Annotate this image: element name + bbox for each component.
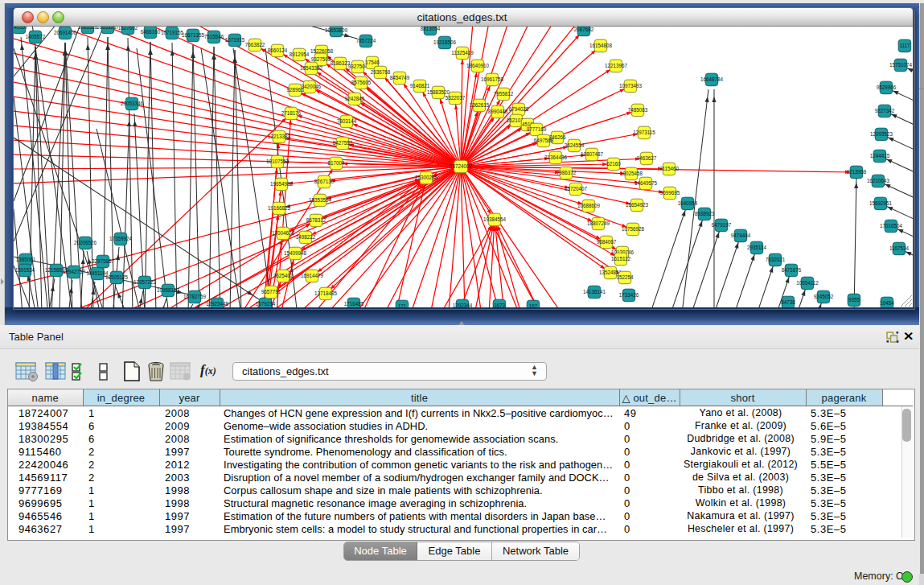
svg-text:9529966: 9529966 [877, 84, 897, 90]
svg-text:9355: 9355 [848, 297, 860, 303]
svg-text:9146821: 9146821 [410, 83, 430, 89]
svg-text:10719155: 10719155 [161, 30, 184, 35]
svg-text:12923448: 12923448 [206, 301, 229, 307]
svg-text:171: 171 [398, 303, 407, 307]
svg-text:8213958: 8213958 [847, 169, 867, 175]
svg-text:15751074: 15751074 [889, 62, 913, 68]
svg-text:7955812: 7955812 [494, 91, 514, 97]
svg-text:10454: 10454 [880, 300, 894, 306]
svg-text:16154808: 16154808 [589, 43, 613, 48]
svg-text:7515546: 7515546 [204, 34, 224, 39]
svg-text:8813054: 8813054 [421, 26, 441, 31]
svg-text:14136141: 14136141 [583, 289, 606, 295]
svg-text:62160: 62160 [606, 161, 621, 167]
svg-text:3624554: 3624554 [565, 142, 585, 148]
svg-text:17016504: 17016504 [880, 223, 903, 229]
svg-text:15353594: 15353594 [309, 197, 332, 203]
svg-text:1733426: 1733426 [619, 292, 639, 298]
svg-text:9115460: 9115460 [659, 166, 680, 171]
svg-text:7857224: 7857224 [356, 38, 376, 43]
svg-text:21364436: 21364436 [544, 154, 568, 160]
svg-text:7986372: 7986372 [556, 170, 577, 175]
svg-text:10756928: 10756928 [622, 226, 645, 232]
svg-text:9227342: 9227342 [875, 108, 895, 113]
svg-text:12093523: 12093523 [870, 131, 893, 137]
svg-text:10958167: 10958167 [157, 287, 180, 293]
svg-text:152254: 152254 [616, 274, 634, 280]
svg-text:9657791: 9657791 [261, 289, 281, 295]
svg-text:10653809: 10653809 [325, 27, 348, 33]
svg-text:15720407: 15720407 [565, 186, 588, 192]
svg-text:1391534: 1391534 [15, 267, 35, 273]
svg-text:1292344: 1292344 [453, 303, 473, 307]
svg-text:8912954: 8912954 [290, 51, 310, 57]
svg-text:1615112: 1615112 [611, 256, 631, 262]
svg-text:12942757: 12942757 [63, 269, 86, 274]
svg-text:7485063: 7485063 [628, 107, 648, 113]
svg-text:9777169: 9777169 [527, 126, 547, 132]
svg-text:18640910: 18640910 [466, 63, 490, 68]
svg-text:9699695: 9699695 [660, 190, 680, 196]
svg-text:18807249: 18807249 [587, 220, 610, 226]
svg-text:17004678: 17004678 [272, 230, 295, 236]
svg-text:9327505: 9327505 [311, 56, 331, 62]
svg-text:817004: 817004 [327, 160, 345, 166]
svg-text:8938923: 8938923 [695, 211, 715, 216]
svg-text:10973493: 10973493 [619, 83, 643, 89]
svg-text:10107553: 10107553 [266, 159, 290, 164]
svg-text:15692951: 15692951 [869, 200, 893, 206]
svg-text:1117: 1117 [899, 43, 910, 48]
svg-text:16210643: 16210643 [867, 178, 890, 183]
svg-text:16961758: 16961758 [481, 76, 504, 82]
svg-text:2936768: 2936768 [371, 69, 391, 75]
svg-text:6497568: 6497568 [534, 138, 554, 143]
svg-text:25300205: 25300205 [415, 175, 438, 180]
svg-text:20206526: 20206526 [74, 240, 97, 245]
svg-text:32975867: 32975867 [92, 258, 115, 264]
svg-text:17359924: 17359924 [109, 236, 133, 241]
svg-text:17957223: 17957223 [133, 279, 157, 285]
svg-text:19166825: 19166825 [268, 205, 291, 211]
svg-text:10688609: 10688609 [577, 203, 601, 208]
svg-text:1071915: 1071915 [225, 37, 245, 43]
svg-text:15409948: 15409948 [284, 250, 307, 256]
svg-text:16671355: 16671355 [182, 32, 205, 38]
svg-text:10654112: 10654112 [796, 280, 819, 286]
svg-text:9684067: 9684067 [597, 239, 617, 245]
svg-text:1385061: 1385061 [16, 257, 36, 262]
svg-text:8678312: 8678312 [306, 217, 326, 223]
svg-text:20691406: 20691406 [54, 30, 77, 35]
svg-text:167: 167 [529, 303, 538, 307]
svg-text:10025458: 10025458 [620, 171, 643, 176]
svg-text:11325419: 11325419 [451, 50, 474, 56]
svg-text:9463627: 9463627 [637, 155, 657, 161]
svg-text:1640954: 1640954 [678, 200, 698, 206]
svg-text:7663822: 7663822 [245, 42, 265, 47]
svg-text:12213967: 12213967 [605, 63, 628, 68]
svg-text:7632021: 7632021 [766, 257, 786, 262]
svg-text:16648784: 16648784 [700, 76, 724, 82]
svg-text:17546: 17546 [365, 60, 380, 65]
svg-text:2718176: 2718176 [281, 110, 302, 116]
svg-text:1673: 1673 [494, 303, 506, 307]
svg-text:15883520: 15883520 [427, 89, 450, 95]
svg-text:20053346: 20053346 [121, 101, 144, 106]
svg-text:7625402: 7625402 [273, 273, 294, 278]
svg-text:18724007: 18724007 [450, 163, 473, 169]
svg-text:6479197: 6479197 [712, 222, 732, 228]
svg-text:7803144: 7803144 [337, 118, 357, 124]
svg-text:19384554: 19384554 [483, 216, 507, 222]
svg-text:8454749: 8454749 [390, 75, 410, 80]
svg-text:1362615: 1362615 [470, 102, 490, 108]
svg-text:16543382: 16543382 [300, 65, 323, 71]
svg-text:19654982: 19654982 [270, 181, 294, 187]
svg-text:1498222: 1498222 [296, 234, 316, 240]
svg-text:9242845: 9242845 [345, 96, 365, 101]
svg-text:14649575: 14649575 [634, 180, 658, 186]
svg-text:13718485: 13718485 [314, 290, 338, 296]
svg-text:1679234: 1679234 [256, 301, 276, 307]
svg-text:8990448: 8990448 [488, 109, 508, 114]
svg-text:6794028: 6794028 [509, 106, 529, 112]
svg-text:2935114: 2935114 [747, 245, 767, 250]
svg-text:19218506: 19218506 [433, 39, 457, 45]
